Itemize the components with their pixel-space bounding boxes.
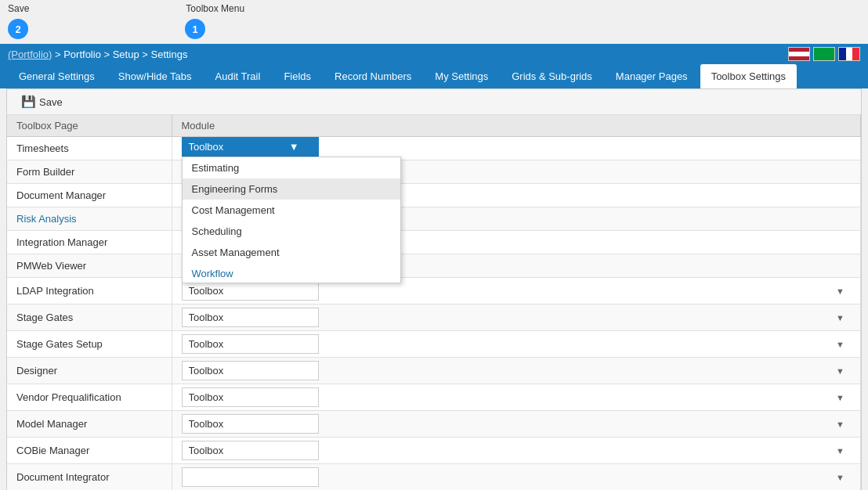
table-row: Document Manager (7, 184, 861, 207)
table-row: Designer Toolbox ▼ (7, 358, 861, 384)
table-header-row: Toolbox Page Module (7, 115, 861, 137)
main-panel: 💾 Save Toolbox Page Module (6, 88, 862, 490)
tab-my-settings[interactable]: My Settings (424, 64, 499, 88)
toolbox-menu-badge[interactable]: 1 (185, 19, 205, 39)
page-name-cell: Risk Analysis (7, 207, 172, 231)
module-cell-model-manager: Toolbox ▼ (172, 411, 861, 438)
badge-row: 2 1 (0, 17, 868, 44)
designer-dropdown: Toolbox ▼ (182, 361, 852, 380)
dropdown-option-estimating[interactable]: Estimating (183, 157, 400, 178)
save-badge[interactable]: 2 (8, 19, 28, 39)
page-name-cell: Designer (7, 358, 172, 384)
page-name-cell: Stage Gates Setup (7, 331, 172, 358)
table-row: Integration Manager (7, 231, 861, 254)
designer-module-select[interactable]: Toolbox (182, 361, 319, 380)
stage-gates-dropdown-arrow-icon: ▼ (836, 313, 844, 322)
tab-fields[interactable]: Fields (273, 64, 322, 88)
tab-general-settings[interactable]: General Settings (8, 64, 106, 88)
dropdown-option-engineering-forms[interactable]: Engineering Forms (183, 178, 400, 200)
page-name-cell: PMWeb Viewer (7, 254, 172, 278)
doc-integrator-dropdown-arrow-icon: ▼ (836, 473, 844, 482)
page-wrapper: Save Toolbox Menu 2 1 (Portfolio) > Port… (0, 0, 868, 490)
tab-manager-pages[interactable]: Manager Pages (605, 64, 699, 88)
breadcrumb: (Portfolio) > Portfolio > Setup > Settin… (8, 49, 187, 60)
page-name-cell: Vendor Prequalification (7, 384, 172, 411)
tab-row: General Settings Show/Hide Tabs Audit Tr… (0, 64, 868, 88)
tab-audit-trail[interactable]: Audit Trail (204, 64, 272, 88)
dropdown-scroll-area[interactable]: Estimating Engineering Forms Cost Manage… (183, 157, 400, 283)
table-row: Timesheets Toolbox ▼ (7, 137, 861, 160)
page-name-cell: Model Manager (7, 411, 172, 438)
tab-record-numbers[interactable]: Record Numbers (324, 64, 422, 88)
stage-gates-module-select[interactable]: Toolbox (182, 308, 319, 327)
doc-integrator-module-select[interactable] (182, 467, 319, 487)
module-cell-timesheets: Toolbox ▼ Estimating (172, 137, 861, 160)
timesheets-dropdown-container: Toolbox ▼ Estimating (182, 137, 852, 157)
table-row: Stage Gates Setup Toolbox ▼ (7, 331, 861, 358)
table-row: Model Manager Toolbox ▼ (7, 411, 861, 438)
module-cell-designer: Toolbox ▼ (172, 358, 861, 384)
header-bar: (Portfolio) > Portfolio > Setup > Settin… (0, 44, 868, 64)
page-name-cell: LDAP Integration (7, 278, 172, 304)
module-cell-vendor: Toolbox ▼ (172, 384, 861, 411)
toolbar: 💾 Save (7, 89, 861, 115)
col-header-module: Module (172, 115, 861, 137)
table-row: Form Builder (7, 160, 861, 184)
dropdown-option-asset-management[interactable]: Asset Management (183, 242, 400, 263)
page-name-cell: Stage Gates (7, 304, 172, 331)
tooltip-area: Save Toolbox Menu (0, 0, 868, 17)
save-icon: 💾 (21, 95, 36, 109)
cobie-dropdown-arrow-icon: ▼ (836, 446, 844, 456)
cobie-dropdown: Toolbox ▼ (182, 441, 852, 460)
designer-dropdown-arrow-icon: ▼ (836, 366, 844, 376)
flag-brazil-icon[interactable] (813, 47, 835, 61)
save-button[interactable]: 💾 Save (15, 92, 69, 111)
page-name-cell: COBie Manager (7, 438, 172, 464)
module-cell-stage-gates-setup: Toolbox ▼ (172, 331, 861, 358)
table-row: Document Integrator ▼ (7, 464, 861, 491)
table-container: Toolbox Page Module Timesheets (7, 115, 861, 490)
page-name-cell: Integration Manager (7, 231, 172, 254)
page-name-cell: Document Integrator (7, 464, 172, 491)
tab-toolbox-settings[interactable]: Toolbox Settings (700, 64, 797, 88)
page-name-cell: Document Manager (7, 184, 172, 207)
vendor-module-select[interactable]: Toolbox (182, 387, 319, 407)
table-row: LDAP Integration Toolbox ▼ (7, 278, 861, 304)
timesheets-dropdown-button[interactable]: Toolbox ▼ (182, 137, 319, 157)
dropdown-option-workflow[interactable]: Workflow (183, 263, 400, 283)
stage-gates-dropdown: Toolbox ▼ (182, 308, 852, 327)
cobie-module-select[interactable]: Toolbox (182, 441, 319, 460)
breadcrumb-link[interactable]: (Portfolio) (8, 49, 52, 60)
module-cell-stage-gates: Toolbox ▼ (172, 304, 861, 331)
timesheets-dropdown-list: Estimating Engineering Forms Cost Manage… (182, 157, 401, 283)
save-label: Save (39, 96, 63, 108)
tab-grids-subgrids[interactable]: Grids & Sub-grids (501, 64, 603, 88)
table-row: Vendor Prequalification Toolbox ▼ (7, 384, 861, 411)
table-row: PMWeb Viewer (7, 254, 861, 278)
model-manager-module-select[interactable]: Toolbox (182, 414, 319, 434)
settings-table: Toolbox Page Module Timesheets (7, 115, 861, 490)
page-name-cell: Form Builder (7, 160, 172, 184)
dropdown-option-scheduling[interactable]: Scheduling (183, 221, 400, 242)
flag-us-icon[interactable] (788, 47, 810, 61)
content-area: 💾 Save Toolbox Page Module (0, 88, 868, 490)
timesheets-dropdown-arrow: ▼ (289, 141, 299, 153)
stage-gates-setup-module-select[interactable]: Toolbox (182, 334, 319, 354)
stage-gates-setup-dropdown-arrow-icon: ▼ (836, 340, 844, 349)
ldap-dropdown-arrow-icon: ▼ (836, 286, 844, 296)
module-cell-cobie: Toolbox ▼ (172, 438, 861, 464)
flag-france-icon[interactable] (838, 47, 860, 61)
table-row: Risk Analysis (7, 207, 861, 231)
ldap-module-select[interactable]: Toolbox (182, 281, 319, 301)
col-header-page: Toolbox Page (7, 115, 172, 137)
module-cell-doc-integrator: ▼ (172, 464, 861, 491)
table-row: COBie Manager Toolbox ▼ (7, 438, 861, 464)
ldap-dropdown: Toolbox ▼ (182, 281, 852, 301)
vendor-dropdown: Toolbox ▼ (182, 387, 852, 407)
doc-integrator-dropdown: ▼ (182, 467, 852, 487)
tab-show-hide-tabs[interactable]: Show/Hide Tabs (107, 64, 203, 88)
breadcrumb-rest: > Portfolio > Setup > Settings (55, 49, 187, 60)
save-tooltip: Save (8, 3, 29, 14)
model-manager-dropdown-arrow-icon: ▼ (836, 420, 844, 429)
dropdown-option-cost-management[interactable]: Cost Management (183, 200, 400, 221)
